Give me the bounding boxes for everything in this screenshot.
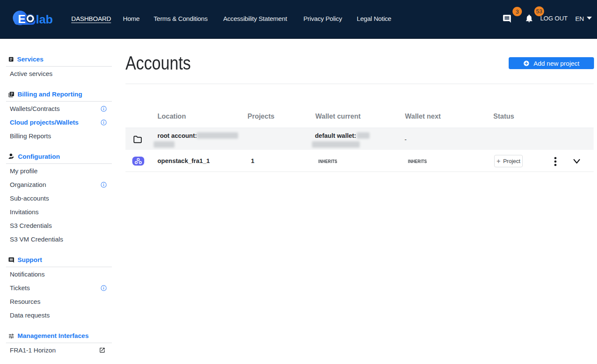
svg-text:lab: lab	[36, 13, 53, 26]
svg-text:E: E	[18, 13, 25, 26]
